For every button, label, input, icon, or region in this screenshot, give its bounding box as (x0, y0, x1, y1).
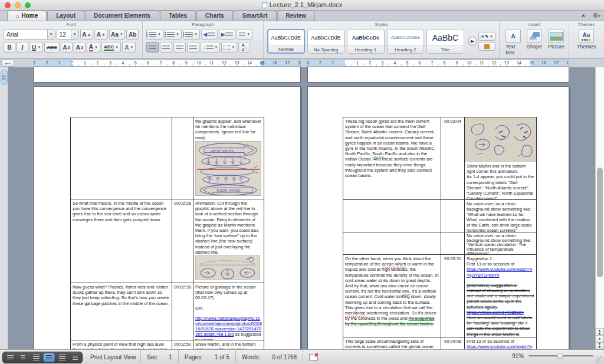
themes-button[interactable]: Aa Themes (575, 29, 599, 50)
notes-cell[interactable]: No voice-over, on a clean background sho… (465, 232, 537, 254)
pages-label[interactable]: Pages: (179, 354, 209, 360)
chevron-down-icon[interactable]: ▼ (71, 29, 78, 39)
change-case-button[interactable]: Aa▼ (109, 29, 126, 40)
zoom-slider[interactable] (528, 355, 593, 357)
horizontal-ruler-left-page[interactable]: 321123456789101112131415161718 (34, 60, 301, 67)
hyperlink[interactable]: https://vimeo.com/144365224 (467, 310, 524, 315)
notebook-layout-view-button[interactable] (56, 353, 68, 362)
gear-icon[interactable]: ⚙▾ (593, 12, 600, 19)
bullets-button[interactable]: ▼ (146, 29, 163, 40)
next-page-button[interactable]: ▼▼ (595, 342, 604, 349)
transcript-cell[interactable] (71, 117, 172, 199)
decrease-indent-button[interactable]: ◀ (201, 29, 218, 40)
focus-view-button[interactable] (69, 353, 81, 362)
resize-grip-icon[interactable] (596, 356, 603, 363)
previous-page-left[interactable] (34, 67, 301, 83)
notes-cell[interactable]: Animation: Cut through the graphic above… (193, 199, 264, 283)
indent-marker[interactable] (70, 61, 74, 67)
transcript-cell[interactable] (343, 232, 441, 254)
notes-cell[interactable]: No voice-over, on a clean background sho… (465, 200, 537, 232)
transcript-cell[interactable]: From a physics point of view that high s… (71, 340, 172, 349)
timestamp-cell[interactable] (172, 117, 193, 199)
vertical-scrollbar[interactable]: ▲▲ ● ▼▼ (595, 67, 604, 349)
highlight-button[interactable]: ABC▼ (101, 42, 121, 53)
style-normal[interactable]: AaBbCcDdENormal (267, 29, 305, 54)
copy-format-button[interactable] (478, 42, 495, 51)
tab-document-elements[interactable]: Document Elements (85, 11, 159, 21)
font-size-combobox[interactable]: 12▼ (57, 29, 79, 40)
font-color-button[interactable]: A▼ (87, 42, 100, 53)
shape-button[interactable]: Shape (524, 29, 544, 50)
notes-cell[interactable]: Show Martin, and in the bottom right cor… (193, 340, 264, 349)
superscript-button[interactable]: A2 (61, 42, 73, 53)
previous-page-right[interactable] (307, 67, 569, 83)
transcript-cell[interactable]: This large scale circumnavigating sets o… (343, 337, 441, 349)
font-name-combobox[interactable]: Arial▼ (4, 29, 55, 40)
hyperlink[interactable]: https://www.youtube.com/watch?v=gOYBY1Pe… (467, 344, 532, 349)
grow-font-button[interactable]: A▲ (80, 29, 93, 40)
justify-button[interactable] (187, 42, 199, 53)
pages-value[interactable]: 1 of 5 (209, 354, 235, 360)
browse-object-button[interactable]: ● (595, 335, 604, 342)
section-label[interactable]: Sec (141, 354, 163, 360)
italic-button[interactable]: I (17, 42, 28, 53)
tab-layout[interactable]: Layout (47, 11, 84, 21)
notes-cell[interactable]: Picture of garbage in the ocean (that no… (193, 283, 264, 340)
section-value[interactable]: 1 (163, 354, 178, 360)
clear-formatting-button[interactable]: Ab (126, 29, 139, 40)
tab-charts[interactable]: Charts (196, 11, 233, 21)
collapse-ribbon-icon[interactable]: ∧ (581, 13, 585, 18)
notes-cell[interactable]: the graphic appear, add whenever he ment… (193, 117, 264, 199)
transcript-cell[interactable] (343, 200, 441, 232)
words-label[interactable]: Words: (236, 354, 267, 360)
style-no-spacing[interactable]: AaBbCcDdENo Spacing (307, 29, 345, 54)
notes-cell[interactable]: Show Martin and in the bottom right corn… (465, 117, 537, 199)
draft-view-button[interactable] (4, 353, 16, 362)
multilevel-list-button[interactable]: ▼ (183, 29, 200, 40)
styles-pane-button[interactable]: A✎▼ (478, 32, 495, 41)
notes-cell[interactable]: First 13 or so seconds of https://www.yo… (465, 337, 537, 349)
transcript-cell[interactable]: So what that means, in the middle of the… (71, 199, 172, 283)
timestamp-cell[interactable]: 00:04:06 (441, 337, 465, 349)
timestamp-cell[interactable]: 00:02:50 (172, 340, 193, 349)
align-left-button[interactable] (146, 42, 159, 53)
subscript-button[interactable]: A2 (74, 42, 86, 53)
page-left[interactable]: the graphic appear, add whenever he ment… (34, 86, 301, 349)
outline-view-button[interactable] (17, 353, 29, 362)
strikethrough-button[interactable]: ABC (44, 42, 59, 53)
notes-cell[interactable]: Suggestion 1: First 13 or so seconds of … (465, 255, 537, 337)
publishing-layout-view-button[interactable] (30, 353, 42, 362)
align-center-button[interactable] (160, 42, 172, 53)
timestamp-cell[interactable]: 00:03:04 (441, 117, 465, 199)
timestamp-cell[interactable]: 00:03:31 (441, 255, 465, 337)
tab-stop-selector[interactable]: ⌐▾ (1, 60, 14, 67)
style-title[interactable]: AaBbCTitle (426, 29, 464, 54)
bold-button[interactable]: B (4, 42, 15, 53)
vertical-ruler[interactable]: 25 (0, 67, 8, 349)
scrollbar-thumb[interactable] (597, 168, 603, 277)
style-heading-1[interactable]: AaBbCcDcHeading 1 (347, 29, 385, 54)
timestamp-cell[interactable] (441, 200, 465, 232)
timestamp-cell[interactable]: 00:02:38 (172, 283, 193, 340)
align-right-button[interactable] (173, 42, 186, 53)
track-changes-icon[interactable] (309, 354, 318, 360)
line-spacing-button[interactable]: ↕▼ (201, 42, 220, 53)
tab-home[interactable]: ⌂Home (7, 11, 47, 21)
tab-smartart[interactable]: SmartArt (234, 11, 277, 21)
increase-indent-button[interactable]: ▶ (219, 29, 235, 40)
shrink-font-button[interactable]: A▼ (94, 29, 107, 40)
style-heading-2[interactable]: AaBbCcDdEeHeading 2 (387, 29, 425, 54)
tab-tables[interactable]: Tables (160, 11, 196, 21)
text-effects-button[interactable]: A▼ (122, 42, 136, 53)
picture-button[interactable]: Picture (546, 29, 567, 50)
sort-button[interactable]: AZ↓ (238, 42, 250, 53)
text-box-button[interactable]: A Text Box (503, 29, 523, 55)
transcript-cell[interactable]: On the other hand, when you think about … (343, 255, 441, 337)
horizontal-ruler-right-page[interactable]: 321123456789101112131415161718 (307, 60, 569, 67)
timestamp-cell[interactable]: 00:02:28 (172, 199, 193, 283)
borders-button[interactable]: ▼ (221, 42, 237, 53)
columns-button[interactable]: ▼ (237, 29, 252, 40)
numbering-button[interactable]: ▼ (165, 29, 182, 40)
transcript-cell[interactable]: These big ocean gyres are the main curre… (343, 117, 441, 199)
page-right[interactable]: These big ocean gyres are the main curre… (307, 86, 569, 349)
